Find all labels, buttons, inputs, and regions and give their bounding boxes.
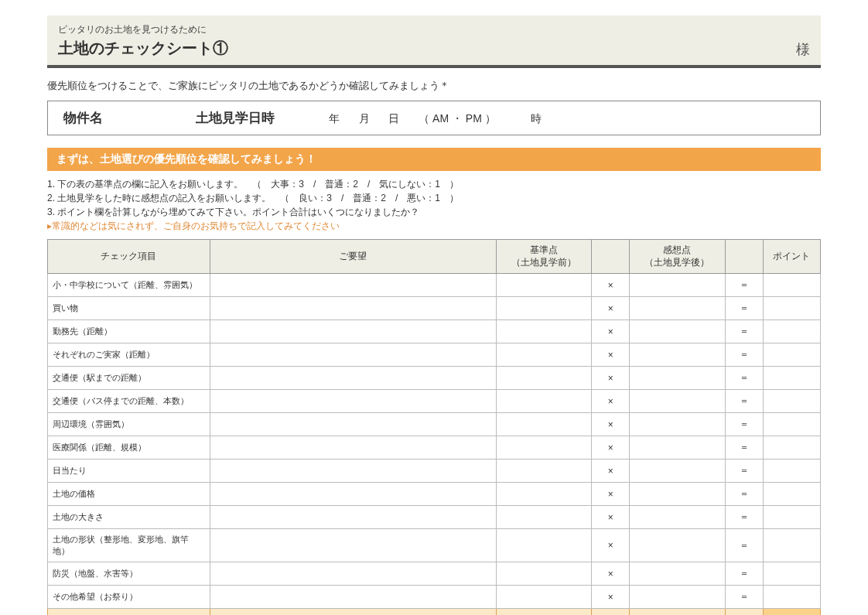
cell-base[interactable] xyxy=(496,390,591,413)
cell-request[interactable] xyxy=(210,436,496,460)
cell-request[interactable] xyxy=(210,297,496,320)
cell-eq: ＝ xyxy=(725,320,763,343)
cell-base[interactable] xyxy=(496,274,591,297)
unit-day: 日 xyxy=(388,112,399,125)
cell-base[interactable] xyxy=(496,529,591,562)
cell-point[interactable] xyxy=(763,390,820,413)
cell-point[interactable] xyxy=(763,413,820,436)
cell-point[interactable] xyxy=(763,297,820,320)
header-title: 土地のチェックシート① xyxy=(58,38,228,59)
unit-year: 年 xyxy=(329,112,340,125)
cell-item: 土地の価格 xyxy=(48,483,210,506)
cell-base[interactable] xyxy=(496,413,591,436)
cell-request[interactable] xyxy=(210,506,496,529)
cell-point[interactable] xyxy=(763,320,820,343)
table-row: 交通便（駅までの距離）×＝ xyxy=(48,367,821,390)
cell-eq: ＝ xyxy=(725,436,763,460)
cell-request[interactable] xyxy=(210,562,496,586)
cell-impression[interactable] xyxy=(630,274,725,297)
th-base: 基準点（土地見学前） xyxy=(496,240,591,274)
total-label: 合計 xyxy=(48,609,210,615)
cell-item: 交通便（バス停までの距離、本数） xyxy=(48,390,210,413)
instruction-2: 2. 土地見学をした時に感想点の記入をお願いします。 （ 良い：3 / 普通：2… xyxy=(47,191,821,205)
cell-impression[interactable] xyxy=(630,506,725,529)
th-point: ポイント xyxy=(763,240,820,274)
cell-impression[interactable] xyxy=(630,529,725,562)
cell-mult: × xyxy=(591,436,629,460)
instructions: 1. 下の表の基準点の欄に記入をお願いします。 （ 大事：3 / 普通：2 / … xyxy=(47,177,821,233)
cell-item: 日当たり xyxy=(48,460,210,483)
cell-point[interactable] xyxy=(763,460,820,483)
cell-impression[interactable] xyxy=(630,586,725,609)
th-eq xyxy=(725,240,763,274)
cell-mult: × xyxy=(591,483,629,506)
cell-request[interactable] xyxy=(210,529,496,562)
cell-point[interactable] xyxy=(763,586,820,609)
table-row: 小・中学校について（距離、雰囲気）×＝ xyxy=(48,274,821,297)
cell-base[interactable] xyxy=(496,343,591,367)
cell-request[interactable] xyxy=(210,343,496,367)
cell-impression[interactable] xyxy=(630,413,725,436)
cell-impression[interactable] xyxy=(630,297,725,320)
cell-mult: × xyxy=(591,586,629,609)
cell-request[interactable] xyxy=(210,274,496,297)
cell-eq: ＝ xyxy=(725,506,763,529)
cell-request[interactable] xyxy=(210,320,496,343)
cell-point[interactable] xyxy=(763,562,820,586)
cell-impression[interactable] xyxy=(630,390,725,413)
cell-impression[interactable] xyxy=(630,343,725,367)
cell-point[interactable] xyxy=(763,483,820,506)
cell-impression[interactable] xyxy=(630,483,725,506)
cell-point[interactable] xyxy=(763,529,820,562)
cell-point[interactable] xyxy=(763,506,820,529)
cell-impression[interactable] xyxy=(630,367,725,390)
cell-request[interactable] xyxy=(210,413,496,436)
cell-mult: × xyxy=(591,274,629,297)
total-request xyxy=(210,609,496,615)
cell-item: 交通便（駅までの距離） xyxy=(48,367,210,390)
cell-item: それぞれのご実家（距離） xyxy=(48,343,210,367)
cell-request[interactable] xyxy=(210,390,496,413)
info-bar: 物件名 土地見学日時 年 月 日 （ AM ・ PM ） 時 xyxy=(47,101,821,135)
table-row: 防災（地盤、水害等）×＝ xyxy=(48,562,821,586)
th-x xyxy=(591,240,629,274)
cell-eq: ＝ xyxy=(725,413,763,436)
cell-request[interactable] xyxy=(210,460,496,483)
cell-mult: × xyxy=(591,460,629,483)
header-sama: 様 xyxy=(796,40,810,59)
cell-impression[interactable] xyxy=(630,460,725,483)
cell-base[interactable] xyxy=(496,320,591,343)
cell-impression[interactable] xyxy=(630,320,725,343)
cell-request[interactable] xyxy=(210,586,496,609)
table-row: それぞれのご実家（距離）×＝ xyxy=(48,343,821,367)
cell-base[interactable] xyxy=(496,436,591,460)
cell-base[interactable] xyxy=(496,297,591,320)
cell-point[interactable] xyxy=(763,274,820,297)
cell-mult: × xyxy=(591,562,629,586)
cell-point[interactable] xyxy=(763,436,820,460)
cell-request[interactable] xyxy=(210,367,496,390)
th-impression: 感想点（土地見学後） xyxy=(630,240,725,274)
table-row: 買い物×＝ xyxy=(48,297,821,320)
unit-hour: 時 xyxy=(531,112,542,125)
cell-base[interactable] xyxy=(496,506,591,529)
table-row: 土地の価格×＝ xyxy=(48,483,821,506)
cell-base[interactable] xyxy=(496,367,591,390)
cell-base[interactable] xyxy=(496,562,591,586)
cell-point[interactable] xyxy=(763,343,820,367)
cell-impression[interactable] xyxy=(630,562,725,586)
cell-item: その他希望（お祭り） xyxy=(48,586,210,609)
cell-base[interactable] xyxy=(496,460,591,483)
cell-base[interactable] xyxy=(496,586,591,609)
cell-eq: ＝ xyxy=(725,367,763,390)
cell-impression[interactable] xyxy=(630,436,725,460)
cell-request[interactable] xyxy=(210,483,496,506)
unit-ampm: （ AM ・ PM ） xyxy=(419,112,496,125)
cell-point[interactable] xyxy=(763,367,820,390)
cell-item: 土地の大きさ xyxy=(48,506,210,529)
cell-eq: ＝ xyxy=(725,483,763,506)
cell-mult: × xyxy=(591,343,629,367)
cell-base[interactable] xyxy=(496,483,591,506)
date-units: 年 月 日 （ AM ・ PM ） 時 xyxy=(321,111,549,126)
unit-month: 月 xyxy=(359,112,370,125)
